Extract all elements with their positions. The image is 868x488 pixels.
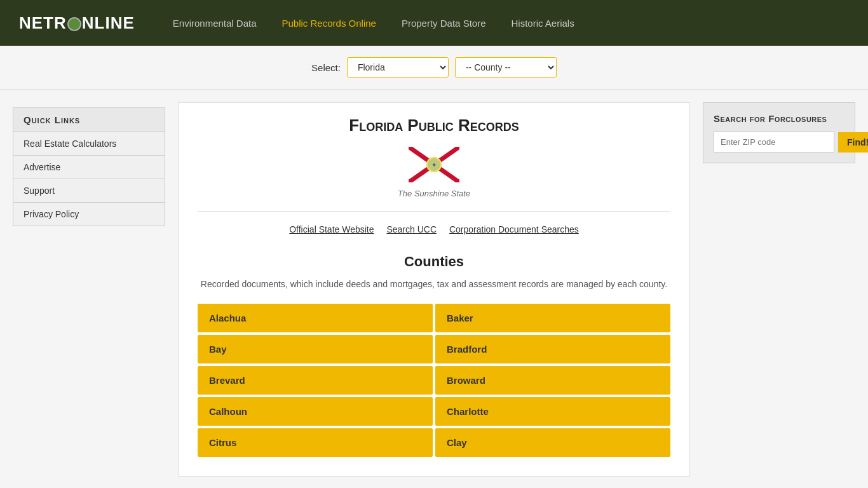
left-sidebar: Quick Links Real Estate Calculators Adve…	[13, 107, 165, 226]
state-nickname: The Sunshine State	[198, 189, 670, 198]
sidebar-item-support[interactable]: Support	[13, 179, 165, 203]
page-title: Florida Public Records	[198, 116, 670, 135]
nav-environmental[interactable]: Environmental Data	[173, 18, 257, 29]
divider	[198, 211, 670, 212]
sidebar-item-real-estate[interactable]: Real Estate Calculators	[13, 132, 165, 156]
county-baker[interactable]: Baker	[435, 304, 670, 332]
right-sidebar: Search for Forclosures Find!	[703, 102, 855, 163]
county-charlotte[interactable]: Charlotte	[435, 397, 670, 426]
county-clay[interactable]: Clay	[435, 428, 670, 457]
header: NETRNLINE Environmental Data Public Reco…	[0, 0, 868, 46]
main-nav: Environmental Data Public Records Online…	[173, 18, 574, 29]
find-button[interactable]: Find!	[838, 132, 868, 152]
county-calhoun[interactable]: Calhoun	[198, 397, 433, 426]
search-ucc-link[interactable]: Search UCC	[386, 224, 437, 234]
counties-title: Counties	[198, 254, 670, 270]
county-bradford[interactable]: Bradford	[435, 335, 670, 363]
flag-container: ✦	[198, 147, 670, 185]
select-bar: Select: Florida -- County --	[0, 46, 868, 90]
county-alachua[interactable]: Alachua	[198, 304, 433, 332]
county-citrus[interactable]: Citrus	[198, 428, 433, 457]
nav-historic-aerials[interactable]: Historic Aerials	[511, 18, 574, 29]
main-container: Quick Links Real Estate Calculators Adve…	[0, 90, 868, 488]
foreclosure-box: Search for Forclosures Find!	[703, 102, 855, 163]
nav-property-data[interactable]: Property Data Store	[402, 18, 486, 29]
quick-links-title: Quick Links	[13, 107, 165, 132]
nav-public-records[interactable]: Public Records Online	[282, 18, 376, 29]
main-section: Florida Public Records ✦ The Sunshine St…	[179, 103, 689, 476]
county-broward[interactable]: Broward	[435, 366, 670, 395]
county-brevard[interactable]: Brevard	[198, 366, 433, 395]
florida-flag: ✦	[409, 147, 459, 182]
sidebar-item-advertise[interactable]: Advertise	[13, 156, 165, 179]
svg-text:✦: ✦	[431, 161, 437, 168]
state-select[interactable]: Florida	[347, 57, 449, 78]
globe-icon	[67, 17, 81, 31]
corporation-docs-link[interactable]: Corporation Document Searches	[449, 224, 579, 234]
county-select[interactable]: -- County --	[455, 57, 557, 78]
zip-input[interactable]	[714, 132, 834, 152]
state-links: Official State Website Search UCC Corpor…	[198, 224, 670, 234]
foreclosure-title: Search for Forclosures	[714, 113, 844, 124]
county-bay[interactable]: Bay	[198, 335, 433, 363]
logo[interactable]: NETRNLINE	[19, 13, 135, 33]
center-content: Florida Public Records ✦ The Sunshine St…	[178, 102, 690, 477]
select-label: Select:	[311, 62, 341, 73]
counties-desc: Recorded documents, which include deeds …	[198, 278, 670, 291]
sidebar-item-privacy[interactable]: Privacy Policy	[13, 203, 165, 226]
foreclosure-input-row: Find!	[714, 132, 844, 152]
counties-grid: Alachua Baker Bay Bradford Brevard Browa…	[198, 304, 670, 457]
official-state-website-link[interactable]: Official State Website	[289, 224, 374, 234]
